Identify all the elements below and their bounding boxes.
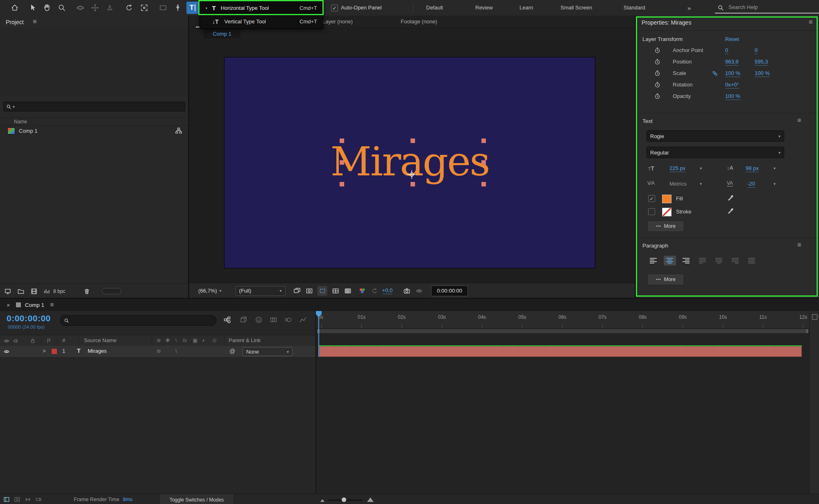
search-help-icon[interactable] (717, 4, 724, 11)
current-timecode[interactable]: 0:00:00:00 (7, 313, 51, 323)
font-size-chevron-icon[interactable]: ▾ (700, 166, 702, 170)
timeline-search-input[interactable] (72, 317, 216, 324)
fill-color-swatch[interactable] (662, 195, 672, 203)
toggle-layer-switches-pane-icon[interactable] (3, 496, 10, 503)
paragraph-section-menu-icon[interactable]: ≡ (797, 242, 801, 248)
justify-last-center-button[interactable] (713, 256, 725, 266)
hand-tool-icon[interactable] (41, 2, 53, 14)
dolly-camera-tool-icon[interactable] (104, 2, 116, 14)
new-composition-icon[interactable] (30, 288, 38, 295)
resolution-select[interactable]: (Full) ▾ (236, 286, 286, 296)
exposure-value[interactable]: +0,0 (382, 287, 393, 294)
audio-column-speaker-icon[interactable] (12, 338, 19, 344)
property-value-y[interactable]: 0 (755, 47, 758, 54)
zoom-in-mountain-icon[interactable] (367, 497, 374, 502)
label-column-flag-icon[interactable] (46, 338, 52, 344)
color-depth-icon[interactable] (43, 288, 50, 295)
motion-blur-switch-icon[interactable]: ◐ (202, 337, 206, 343)
tab-footage[interactable]: Footage (none) (401, 18, 437, 25)
name-column-header[interactable]: Name (14, 119, 27, 125)
fill-checkbox[interactable]: ✓ (648, 195, 655, 202)
anchor-point-crosshair[interactable] (406, 169, 417, 180)
justify-last-left-button[interactable] (696, 256, 709, 266)
kerning-chevron-icon[interactable]: ▾ (700, 182, 702, 186)
transform-reset-button[interactable]: Reset (725, 36, 739, 42)
font-style-select[interactable]: Regular ▾ (647, 147, 784, 158)
frame-blend-switch-icon[interactable]: ▣ (193, 337, 197, 343)
stopwatch-icon[interactable] (654, 70, 661, 77)
frame-blending-icon[interactable] (270, 316, 277, 324)
property-value-y[interactable]: 100 % (755, 70, 770, 77)
region-of-interest-icon[interactable] (318, 286, 327, 296)
project-panel-menu-icon[interactable]: ≡ (33, 18, 36, 25)
workspace-learn[interactable]: Learn (520, 5, 533, 11)
number-column-header[interactable]: # (62, 337, 65, 343)
interpret-footage-icon[interactable] (4, 288, 11, 295)
pan-behind-tool-icon[interactable] (138, 2, 150, 14)
layer-row[interactable]: > 1 T Mirages ⊕ \ @ None ▾ (0, 346, 315, 358)
anchor-switch-icon[interactable]: ⊕ (157, 337, 161, 343)
link-scale-icon[interactable] (711, 70, 719, 77)
timeline-panel-menu-icon[interactable]: ≡ (50, 302, 54, 308)
stopwatch-icon[interactable] (654, 93, 661, 100)
transparency-grid-icon[interactable] (344, 287, 352, 295)
title-action-safe-icon[interactable] (331, 287, 340, 295)
menu-item-vertical-type-tool[interactable]: ↓T Vertical Type Tool Cmd+T (200, 15, 323, 28)
layer-twirl-icon[interactable]: > (43, 348, 46, 354)
viewer-comp-tab[interactable]: Comp 1 (204, 29, 240, 39)
parent-link-select[interactable]: None ▾ (243, 347, 293, 356)
selection-handle-bottom-center[interactable] (411, 182, 415, 186)
pen-tool-icon[interactable] (172, 2, 184, 14)
snapshot-camera-icon[interactable] (403, 287, 411, 295)
selection-handle-top-left[interactable] (340, 138, 344, 143)
mask-visibility-icon[interactable] (305, 287, 313, 295)
zoom-tool-icon[interactable] (56, 2, 68, 14)
align-center-button[interactable] (664, 256, 676, 266)
lock-column-icon[interactable] (29, 338, 36, 344)
stroke-eyedropper-icon[interactable] (727, 207, 734, 215)
bpc-label[interactable]: 8 bpc (53, 288, 65, 294)
workspace-review[interactable]: Review (475, 5, 493, 11)
paragraph-more-button[interactable]: ••• More (647, 274, 684, 285)
pan-camera-tool-icon[interactable] (89, 2, 101, 14)
text-more-button[interactable]: ••• More (647, 220, 684, 232)
font-size-value[interactable]: 225 px (669, 165, 685, 172)
menu-item-horizontal-type-tool[interactable]: ▪ T Horizontal Type Tool Cmd+T (200, 1, 323, 15)
playhead-line[interactable] (318, 311, 319, 357)
project-columns-header[interactable]: Name (0, 117, 188, 126)
layer-name[interactable]: Mirages (88, 348, 107, 354)
graph-editor-icon[interactable] (299, 316, 307, 324)
layer-quality-switch-icon[interactable]: \ (175, 348, 177, 354)
timeline-search-box[interactable] (60, 315, 216, 326)
project-panel-title[interactable]: Project (6, 19, 24, 25)
stopwatch-icon[interactable] (654, 58, 661, 65)
source-name-column-header[interactable]: Source Name (84, 337, 116, 343)
property-value[interactable]: 0x+0° (725, 82, 739, 89)
effects-switch-icon[interactable]: fx (183, 337, 187, 343)
project-search-input[interactable] (17, 103, 185, 110)
stopwatch-icon[interactable] (654, 81, 661, 88)
project-filter-pill[interactable] (102, 288, 121, 294)
reset-exposure-icon[interactable] (371, 287, 378, 295)
workspace-small-screen[interactable]: Small Screen (560, 5, 592, 11)
work-area-bar[interactable] (317, 329, 808, 333)
stopwatch-icon[interactable] (654, 47, 661, 54)
motion-blur-icon[interactable] (284, 316, 292, 324)
stroke-checkbox[interactable] (648, 208, 655, 215)
parent-pickwhip-icon[interactable]: @ (229, 348, 235, 354)
camera-pane-icon[interactable] (35, 496, 42, 503)
3d-switch-icon[interactable]: ⊙ (212, 337, 217, 343)
search-help-input[interactable] (728, 4, 811, 11)
timeline-tab-label[interactable]: Comp 1 (25, 302, 44, 308)
quality-switch-icon[interactable]: \ (175, 337, 177, 343)
toggle-inout-pane-icon[interactable] (25, 496, 31, 503)
new-folder-icon[interactable] (17, 288, 25, 295)
shape-tool-icon[interactable] (157, 2, 169, 14)
search-options-chevron-icon[interactable]: ▾ (13, 104, 15, 109)
text-section-menu-icon[interactable]: ≡ (797, 117, 801, 124)
channels-icon[interactable] (358, 286, 367, 295)
collapse-switch-icon[interactable]: ✱ (166, 337, 170, 343)
workspace-default[interactable]: Default (426, 5, 443, 11)
toggle-transfer-controls-pane-icon[interactable] (14, 496, 20, 503)
selection-handle-bottom-right[interactable] (481, 182, 486, 186)
